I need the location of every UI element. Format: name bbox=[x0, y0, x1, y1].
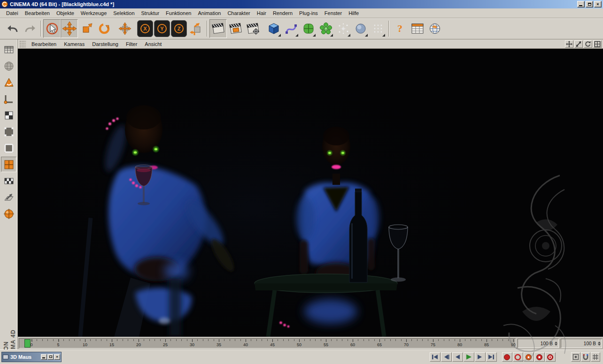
world-system-button[interactable] bbox=[1, 58, 16, 74]
render-view-button[interactable] bbox=[209, 19, 227, 38]
previous-key-icon bbox=[442, 354, 450, 360]
toggle-view-button[interactable] bbox=[593, 40, 602, 48]
pan-view-button[interactable] bbox=[565, 40, 573, 48]
rotate-view-icon bbox=[585, 41, 591, 47]
render-picture-viewer-button[interactable] bbox=[227, 19, 244, 38]
timeline-tick: 60 bbox=[350, 342, 355, 347]
main-toolbar: X Y Z bbox=[0, 18, 603, 39]
record-scale-button[interactable] bbox=[534, 352, 545, 362]
vp-menu-ansicht[interactable]: Ansicht bbox=[141, 40, 165, 48]
add-subdivision-button[interactable] bbox=[300, 19, 317, 38]
lock-x-button[interactable]: X bbox=[137, 20, 153, 37]
model-mode-icon bbox=[3, 93, 15, 105]
add-array-button[interactable] bbox=[317, 19, 334, 38]
model-mode-button[interactable] bbox=[1, 91, 16, 106]
toggle-view-icon bbox=[594, 41, 601, 47]
previous-key-button[interactable] bbox=[441, 352, 452, 362]
viewport-3d[interactable] bbox=[18, 49, 603, 337]
rotate-tool-button[interactable] bbox=[95, 19, 113, 38]
range-start-field[interactable]: 100 B bbox=[518, 339, 559, 348]
coordinate-system-button[interactable] bbox=[187, 19, 205, 38]
object-axis-icon bbox=[3, 208, 15, 220]
menu-objekte[interactable]: Objekte bbox=[53, 9, 77, 17]
goto-start-button[interactable] bbox=[430, 352, 441, 362]
live-selection-button[interactable] bbox=[43, 19, 61, 38]
render-view-icon bbox=[211, 22, 225, 35]
mode-palette: MAXON CINEMA 4D bbox=[0, 39, 18, 349]
panel-minimize-button[interactable] bbox=[41, 354, 47, 360]
menu-datei[interactable]: Datei bbox=[3, 9, 22, 17]
render-picture-viewer-icon bbox=[229, 22, 243, 35]
vp-menu-filter[interactable]: Filter bbox=[122, 40, 141, 48]
timeline-ruler[interactable]: 0 5 10 15 20 25 30 35 40 45 50 55 60 65 … bbox=[19, 338, 516, 349]
workplane-button[interactable] bbox=[1, 190, 16, 205]
scale-tool-button[interactable] bbox=[78, 19, 95, 38]
make-editable-button[interactable] bbox=[1, 75, 16, 90]
menu-fenster[interactable]: Fenster bbox=[321, 9, 345, 17]
point-mode-button[interactable] bbox=[1, 124, 16, 139]
menu-rendern[interactable]: Rendern bbox=[270, 9, 296, 17]
next-frame-button[interactable] bbox=[475, 352, 486, 362]
previous-frame-button[interactable] bbox=[452, 352, 463, 362]
spinner-icon[interactable] bbox=[598, 340, 601, 347]
lock-y-button[interactable]: Y bbox=[154, 20, 170, 37]
range-end-field[interactable]: 100 B bbox=[561, 339, 602, 348]
menu-selektion[interactable]: Selektion bbox=[110, 9, 138, 17]
3d-maus-panel-titlebar[interactable]: 3D Maus × bbox=[1, 352, 62, 362]
polygon-mode-icon bbox=[3, 159, 15, 170]
app-icon[interactable] bbox=[1, 1, 8, 8]
snap-toggle-button[interactable] bbox=[581, 352, 590, 362]
lock-z-button[interactable]: Z bbox=[171, 20, 187, 37]
record-rotation-button[interactable] bbox=[545, 352, 556, 362]
add-spline-button[interactable] bbox=[282, 19, 300, 38]
add-cube-button[interactable] bbox=[265, 19, 282, 38]
record-position-button[interactable] bbox=[524, 352, 534, 362]
render-settings-button[interactable] bbox=[244, 19, 262, 38]
edge-mode-button[interactable] bbox=[1, 140, 16, 156]
grid-toggle-button[interactable] bbox=[591, 352, 600, 362]
move-tool-button[interactable] bbox=[61, 19, 78, 38]
autokeying-button[interactable] bbox=[513, 352, 523, 362]
undo-button[interactable] bbox=[4, 19, 21, 38]
play-button[interactable] bbox=[464, 352, 474, 362]
goto-end-button[interactable] bbox=[486, 352, 497, 362]
redo-button[interactable] bbox=[21, 19, 39, 38]
minimize-button[interactable] bbox=[577, 1, 585, 8]
drag-grip[interactable] bbox=[19, 40, 26, 48]
view-controls bbox=[564, 40, 602, 48]
menu-plugins[interactable]: Plug-ins bbox=[296, 9, 321, 17]
online-help-button[interactable] bbox=[426, 19, 443, 38]
menu-charakter[interactable]: Charakter bbox=[224, 9, 253, 17]
help-button[interactable]: ? bbox=[391, 19, 409, 38]
vp-menu-kameras[interactable]: Kameras bbox=[60, 40, 88, 48]
solo-toggle-button[interactable] bbox=[571, 352, 580, 362]
zoom-view-button[interactable] bbox=[574, 40, 583, 48]
rotate-view-button[interactable] bbox=[584, 40, 592, 48]
animation-mode-button[interactable] bbox=[1, 173, 16, 189]
menu-struktur[interactable]: Struktur bbox=[138, 9, 163, 17]
vp-menu-bearbeiten[interactable]: Bearbeiten bbox=[28, 40, 60, 48]
timeline-playhead[interactable] bbox=[24, 339, 31, 348]
object-axis-button[interactable] bbox=[1, 206, 16, 221]
content-browser-button[interactable] bbox=[409, 19, 426, 38]
add-environment-button[interactable] bbox=[352, 19, 369, 38]
add-particles-button[interactable] bbox=[334, 19, 352, 38]
panel-close-button[interactable]: × bbox=[54, 354, 60, 360]
menu-animation[interactable]: Animation bbox=[194, 9, 224, 17]
menu-hair[interactable]: Hair bbox=[254, 9, 270, 17]
panel-restore-button[interactable] bbox=[47, 354, 54, 360]
texture-mode-button[interactable] bbox=[1, 107, 16, 123]
menu-bearbeiten[interactable]: Bearbeiten bbox=[22, 9, 53, 17]
menu-werkzeuge[interactable]: Werkzeuge bbox=[77, 9, 110, 17]
restore-button[interactable] bbox=[586, 1, 593, 8]
menu-hilfe[interactable]: Hilfe bbox=[345, 9, 362, 17]
coordinates-manager-button[interactable] bbox=[1, 42, 16, 57]
record-keyframe-button[interactable] bbox=[502, 352, 512, 362]
add-emitter-button[interactable] bbox=[369, 19, 387, 38]
menu-funktionen[interactable]: Funktionen bbox=[162, 9, 194, 17]
close-button[interactable]: × bbox=[594, 1, 602, 8]
spinner-icon[interactable] bbox=[555, 340, 557, 347]
vp-menu-darstellung[interactable]: Darstellung bbox=[88, 40, 122, 48]
last-tool-button[interactable] bbox=[116, 19, 133, 38]
polygon-mode-button[interactable] bbox=[1, 157, 16, 172]
